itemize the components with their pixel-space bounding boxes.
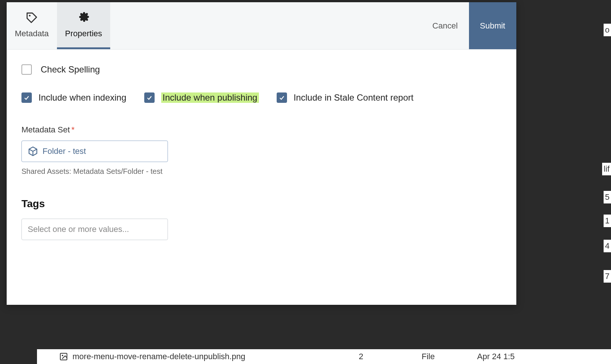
- tab-properties[interactable]: Properties: [57, 2, 110, 49]
- checkbox-item: Include in Stale Content report: [277, 92, 413, 103]
- tabs: Metadata Properties: [7, 2, 110, 49]
- checkbox-item: Include when indexing: [21, 92, 126, 103]
- include-options-group: Include when indexing Include when publi…: [21, 92, 502, 103]
- checkbox-item: Include when publishing: [144, 92, 259, 103]
- tab-label: Properties: [65, 29, 102, 38]
- tab-label: Metadata: [15, 29, 49, 38]
- bg-fragment: 4: [604, 240, 611, 252]
- check-spelling-label: Check Spelling: [41, 64, 100, 75]
- include-indexing-label: Include when indexing: [38, 92, 126, 103]
- bg-fragment: 7: [604, 270, 611, 283]
- image-icon: [59, 352, 68, 361]
- tags-field: Tags: [21, 198, 502, 240]
- include-publishing-checkbox[interactable]: [144, 92, 155, 103]
- include-publishing-label: Include when publishing: [161, 92, 259, 103]
- bg-date: Apr 24 1:5: [477, 352, 515, 361]
- cancel-button[interactable]: Cancel: [421, 2, 469, 49]
- gear-icon: [77, 11, 90, 24]
- submit-button[interactable]: Submit: [469, 2, 516, 49]
- svg-point-2: [29, 15, 31, 17]
- check-spelling-checkbox[interactable]: [21, 64, 32, 75]
- include-indexing-checkbox[interactable]: [21, 92, 32, 103]
- svg-point-1: [62, 355, 63, 356]
- include-stale-checkbox[interactable]: [277, 92, 287, 103]
- bg-fragment: lif: [602, 163, 611, 175]
- bg-count: 2: [359, 352, 363, 361]
- header-actions: Cancel Submit: [421, 2, 516, 49]
- bg-fragment: 5: [604, 191, 611, 203]
- cube-icon: [28, 146, 38, 156]
- tags-heading: Tags: [21, 198, 502, 210]
- dialog-content: Check Spelling Include when indexing Inc…: [7, 50, 516, 277]
- include-stale-label: Include in Stale Content report: [294, 92, 413, 103]
- tab-metadata[interactable]: Metadata: [7, 2, 57, 49]
- bg-filename: more-menu-move-rename-delete-unpublish.p…: [72, 352, 245, 361]
- dialog-modal: Metadata Properties Cancel Submit Check …: [7, 2, 516, 305]
- metadata-set-field: Metadata Set* Folder - test Shared Asset…: [21, 125, 502, 176]
- metadata-set-helper: Shared Assets: Metadata Sets/Folder - te…: [21, 167, 502, 176]
- checkbox-row: Check Spelling: [21, 64, 502, 75]
- tag-icon: [25, 11, 38, 24]
- dialog-header: Metadata Properties Cancel Submit: [7, 2, 516, 50]
- background-table-row: more-menu-move-rename-delete-unpublish.p…: [37, 349, 611, 364]
- metadata-set-select[interactable]: Folder - test: [21, 141, 168, 162]
- metadata-set-value: Folder - test: [43, 146, 86, 156]
- required-indicator: *: [71, 125, 75, 134]
- bg-fragment: 1: [604, 215, 611, 227]
- metadata-set-label: Metadata Set*: [21, 125, 502, 135]
- bg-fragment: o: [604, 24, 611, 36]
- tags-input[interactable]: [21, 219, 168, 240]
- bg-type: File: [422, 352, 435, 361]
